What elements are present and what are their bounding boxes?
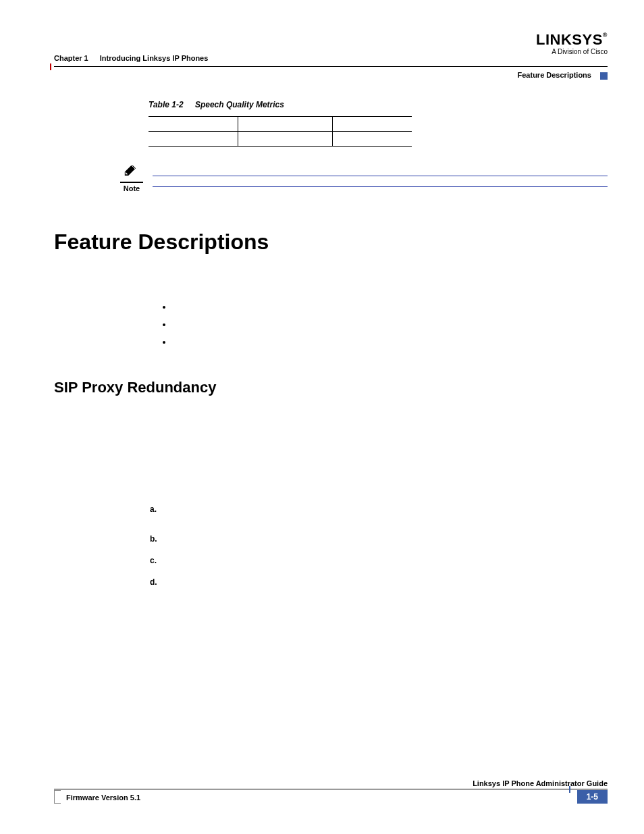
note-rule bbox=[153, 176, 608, 187]
heading-2: SIP Proxy Redundancy bbox=[54, 379, 608, 396]
registered-mark: ® bbox=[603, 32, 608, 38]
section-label-row: Feature Descriptions bbox=[54, 71, 608, 80]
note-label: Note bbox=[115, 184, 149, 192]
page-number: 1-5 bbox=[577, 790, 608, 804]
note-icon-column: Note bbox=[115, 165, 149, 192]
body-content: Table 1-2 Speech Quality Metrics Note bbox=[115, 100, 608, 587]
section-label: Feature Descriptions bbox=[518, 71, 591, 79]
brand-logo-block: LINKSYS® A Division of Cisco bbox=[536, 32, 608, 55]
footer-rule bbox=[54, 789, 608, 789]
page-footer: Linksys IP Phone Administrator Guide Fir… bbox=[54, 779, 608, 806]
list-item: c. bbox=[150, 556, 608, 565]
brand-logo: LINKSYS® bbox=[536, 32, 608, 47]
brand-tagline: A Division of Cisco bbox=[536, 48, 608, 55]
logo-text: LINKSYS bbox=[536, 31, 603, 48]
ordered-list: a. b. c. d. bbox=[150, 504, 608, 587]
header-rule bbox=[54, 66, 608, 67]
bullet-list bbox=[172, 302, 608, 355]
pencil-icon bbox=[124, 165, 140, 180]
table-caption: Table 1-2 Speech Quality Metrics bbox=[149, 100, 608, 109]
list-item: d. bbox=[150, 577, 608, 587]
section-marker-icon bbox=[600, 72, 608, 80]
list-item bbox=[172, 337, 608, 355]
table-row bbox=[149, 131, 412, 146]
metrics-table bbox=[149, 116, 412, 147]
note-underline bbox=[120, 182, 143, 183]
page-content: LINKSYS® A Division of Cisco Chapter 1 I… bbox=[54, 34, 608, 599]
header-rule-tick bbox=[50, 63, 51, 70]
footer-guide-title: Linksys IP Phone Administrator Guide bbox=[54, 779, 608, 789]
chapter-number: Chapter 1 bbox=[54, 54, 88, 62]
footer-bottom-row: Firmware Version 5.1 1-5 bbox=[54, 792, 608, 806]
list-item: a. bbox=[150, 504, 608, 514]
table-row bbox=[149, 116, 412, 131]
note-lines bbox=[153, 165, 608, 187]
note-block: Note bbox=[115, 165, 608, 192]
chapter-title: Introducing Linksys IP Phones bbox=[100, 54, 209, 62]
firmware-version: Firmware Version 5.1 bbox=[66, 793, 140, 802]
list-item bbox=[172, 319, 608, 337]
table-title: Speech Quality Metrics bbox=[195, 100, 284, 109]
chapter-header: Chapter 1 Introducing Linksys IP Phones bbox=[54, 54, 608, 65]
list-item: b. bbox=[150, 534, 608, 544]
footer-box-icon bbox=[54, 790, 61, 804]
table-number: Table 1-2 bbox=[149, 100, 184, 109]
list-item bbox=[172, 302, 608, 319]
heading-1: Feature Descriptions bbox=[54, 230, 608, 255]
note-rule bbox=[153, 165, 608, 176]
